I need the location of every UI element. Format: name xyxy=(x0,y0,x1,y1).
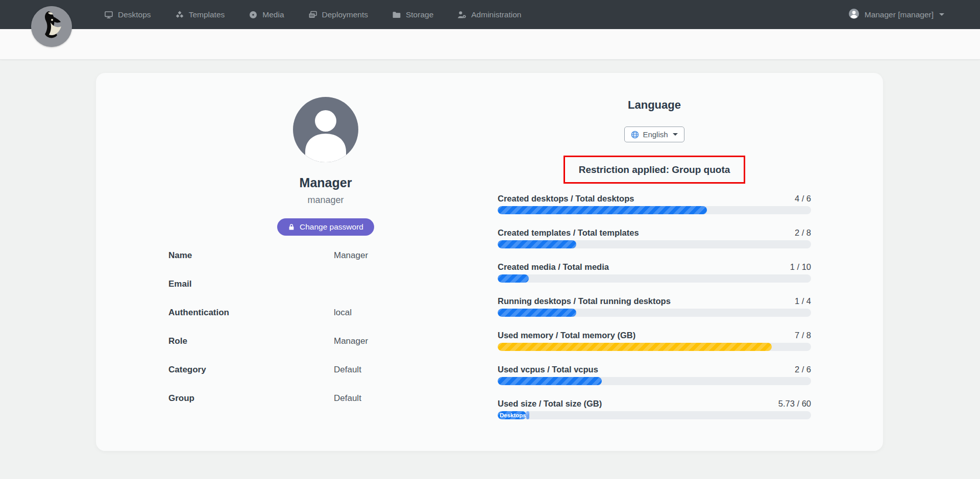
nav-item-deployments[interactable]: Deployments xyxy=(308,10,368,19)
cubes-icon xyxy=(175,10,184,19)
quota-label: Created desktops / Total desktops xyxy=(498,193,634,204)
quota-row: Used memory / Total memory (GB)7 / 8 xyxy=(498,330,811,351)
nav-item-label: Media xyxy=(262,10,284,19)
desktop-icon xyxy=(104,10,113,19)
quota-label: Used size / Total size (GB) xyxy=(498,398,602,409)
quota-progress-fill xyxy=(526,411,529,419)
quota-segment-label: Desktops xyxy=(498,411,526,419)
field-label: Name xyxy=(168,250,334,261)
quota-value: 1 / 4 xyxy=(795,296,811,306)
restriction-banner: Restriction applied: Group quota xyxy=(564,156,745,184)
field-row: NameManager xyxy=(127,250,525,279)
field-value: local xyxy=(334,308,352,318)
quota-row: Running desktops / Total running desktop… xyxy=(498,296,811,317)
profile-fields: NameManagerEmailAuthenticationlocalRoleM… xyxy=(127,250,525,422)
quota-row: Used vcpus / Total vcpus2 / 6 xyxy=(498,364,811,385)
quota-label: Created media / Total media xyxy=(498,262,609,272)
nav-item-media[interactable]: Media xyxy=(249,10,284,19)
profile-card: Manager manager Change password NameMana… xyxy=(96,73,883,451)
field-value: Default xyxy=(334,365,361,375)
quota-row: Created templates / Total templates2 / 8 xyxy=(498,228,811,248)
person-icon xyxy=(293,97,358,162)
quota-value: 5.73 / 60 xyxy=(778,398,811,409)
nav-item-templates[interactable]: Templates xyxy=(175,10,225,19)
subheader-strip xyxy=(0,29,980,60)
profile-display-name: Manager xyxy=(127,175,525,190)
globe-icon xyxy=(631,131,639,139)
nav-item-desktops[interactable]: Desktops xyxy=(104,10,151,19)
field-row: Authenticationlocal xyxy=(127,308,525,336)
quota-label: Used memory / Total memory (GB) xyxy=(498,330,635,340)
chevron-down-icon xyxy=(673,133,678,136)
chevron-down-icon xyxy=(939,13,944,16)
user-circle-icon xyxy=(848,8,860,22)
nav-item-label: Administration xyxy=(471,10,521,19)
avatar xyxy=(293,97,358,162)
field-label: Category xyxy=(168,365,334,375)
quota-progress-track xyxy=(498,309,811,317)
isard-logo[interactable] xyxy=(31,6,72,47)
quota-list: Created desktops / Total desktops4 / 6Cr… xyxy=(498,193,811,433)
quota-progress-track xyxy=(498,274,811,283)
quota-value: 2 / 6 xyxy=(795,364,811,374)
language-title: Language xyxy=(628,98,681,112)
lock-icon xyxy=(288,223,295,231)
profile-summary: Manager manager Change password NameMana… xyxy=(127,97,525,422)
disc-icon xyxy=(249,10,258,19)
folder-icon xyxy=(392,10,401,19)
field-row: GroupDefault xyxy=(127,393,525,422)
quota-progress-track xyxy=(498,240,811,248)
quota-progress-fill: Desktops xyxy=(498,411,526,419)
field-value: Manager xyxy=(334,336,368,346)
nav-item-label: Desktops xyxy=(118,10,151,19)
field-label: Group xyxy=(168,393,334,404)
quota-progress-fill xyxy=(498,206,707,214)
duck-logo-icon xyxy=(31,6,72,47)
quota-label: Used vcpus / Total vcpus xyxy=(498,364,598,374)
top-navbar: DesktopsTemplatesMediaDeploymentsStorage… xyxy=(0,0,980,29)
quota-row: Created media / Total media1 / 10 xyxy=(498,262,811,283)
nav-item-administration[interactable]: Administration xyxy=(457,10,521,19)
quota-progress-track xyxy=(498,206,811,214)
profile-username: manager xyxy=(127,195,525,206)
quota-value: 4 / 6 xyxy=(795,193,811,204)
field-row: Email xyxy=(127,279,525,308)
field-value: Default xyxy=(334,393,361,404)
quota-value: 2 / 8 xyxy=(795,228,811,238)
change-password-button[interactable]: Change password xyxy=(277,218,374,236)
nav-items: DesktopsTemplatesMediaDeploymentsStorage… xyxy=(104,10,521,19)
quota-progress-fill xyxy=(498,240,576,248)
quota-progress-fill xyxy=(498,274,529,283)
quota-progress-fill xyxy=(498,343,772,351)
quota-value: 1 / 10 xyxy=(790,262,811,272)
quota-value: 7 / 8 xyxy=(795,330,811,340)
nav-item-label: Deployments xyxy=(322,10,368,19)
settings-column: Language English Restriction applied: Gr… xyxy=(498,98,811,433)
field-label: Email xyxy=(168,279,334,289)
field-label: Authentication xyxy=(168,308,334,318)
quota-label: Created templates / Total templates xyxy=(498,228,639,238)
quota-progress-track xyxy=(498,343,811,351)
nav-item-storage[interactable]: Storage xyxy=(392,10,433,19)
field-label: Role xyxy=(168,336,334,346)
user-menu-label: Manager [manager] xyxy=(865,10,934,19)
quota-progress-fill xyxy=(498,309,576,317)
language-dropdown[interactable]: English xyxy=(624,127,684,142)
quota-row: Created desktops / Total desktops4 / 6 xyxy=(498,193,811,214)
quota-progress-track: Desktops xyxy=(498,411,811,419)
quota-progress-track xyxy=(498,377,811,385)
change-password-label: Change password xyxy=(300,222,363,232)
quota-progress-fill xyxy=(498,377,602,385)
user-menu[interactable]: Manager [manager] xyxy=(848,0,944,29)
layers-icon xyxy=(308,10,317,19)
quota-row: Used size / Total size (GB)5.73 / 60Desk… xyxy=(498,398,811,419)
user-gear-icon xyxy=(457,10,467,19)
nav-item-label: Storage xyxy=(406,10,433,19)
language-selected: English xyxy=(643,130,668,139)
field-value: Manager xyxy=(334,250,368,261)
field-row: CategoryDefault xyxy=(127,365,525,393)
quota-label: Running desktops / Total running desktop… xyxy=(498,296,671,306)
field-row: RoleManager xyxy=(127,336,525,365)
nav-item-label: Templates xyxy=(189,10,225,19)
